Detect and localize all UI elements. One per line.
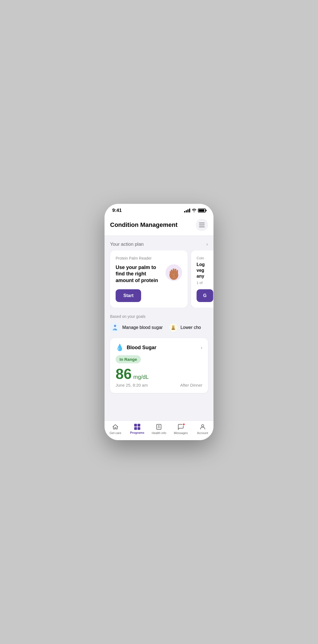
svg-point-19 (202, 425, 204, 427)
account-icon (199, 424, 206, 430)
nav-account-label: Account (197, 431, 208, 435)
svg-rect-13 (172, 329, 175, 330)
goal-blood-sugar-label: Manage blood sugar (122, 325, 163, 330)
blood-sugar-card: 💧 Blood Sugar › In Range 86 mg/dL June 2… (110, 338, 208, 393)
svg-rect-4 (177, 270, 178, 275)
action-plan-header[interactable]: Your action plan › (105, 236, 213, 250)
start-button[interactable]: Start (116, 289, 141, 302)
nav-health-info-label: Health info (152, 431, 166, 435)
goal-item-lower-cho[interactable]: Lower cho (168, 323, 201, 333)
palm-illustration (166, 264, 182, 281)
menu-line-2 (199, 225, 205, 225)
blood-sugar-date: June 25, 8:20 am (116, 383, 148, 387)
card-body: Use your palm to find the right amount o… (116, 264, 182, 284)
svg-point-9 (111, 323, 119, 332)
goals-section: Based on your goals Manage blood sugar (105, 308, 213, 336)
nav-programs-icon-container (134, 424, 140, 430)
wifi-icon (192, 208, 196, 213)
main-content: Your action plan › Protein Palm Reader U… (105, 236, 213, 420)
partial-card-text: Logvegany (197, 262, 213, 279)
blood-sugar-value: 86 (116, 367, 132, 381)
card-description: Use your palm to find the right amount o… (116, 264, 160, 284)
blood-sugar-card-header[interactable]: 💧 Blood Sugar › (116, 344, 202, 351)
page-header: Condition Management (105, 215, 213, 236)
bottom-nav: Get care Programs (105, 420, 213, 440)
blood-drop-icon: 💧 (116, 344, 124, 351)
partial-card: Colo Logvegany 1 of G (191, 250, 213, 308)
blood-sugar-meta: June 25, 8:20 am After Dinner (116, 383, 202, 387)
nav-health-info-icon-container (156, 424, 162, 430)
goal-blood-sugar-icon (110, 323, 120, 333)
blood-sugar-title: Blood Sugar (127, 345, 156, 351)
nav-item-account[interactable]: Account (194, 424, 211, 435)
nav-messages-icon-container (177, 424, 184, 430)
partial-card-content: Colo Logvegany 1 of G (197, 256, 213, 302)
blood-sugar-value-row: 86 mg/dL (116, 367, 202, 381)
menu-line-3 (199, 227, 205, 227)
nav-messages-label: Messages (174, 431, 188, 435)
action-plan-arrow-icon: › (206, 241, 208, 247)
goal-lower-cho-label: Lower cho (180, 325, 201, 330)
partial-card-title: Colo (197, 256, 213, 260)
nav-get-care-icon-container (112, 424, 119, 430)
goals-list: Manage blood sugar Lower cho (110, 323, 208, 333)
action-cards-scroll: Protein Palm Reader Use your palm to fin… (105, 250, 213, 308)
in-range-badge: In Range (116, 355, 141, 363)
nav-programs-label: Programs (130, 431, 144, 434)
phone-frame: 9:41 Condition Management (105, 204, 213, 440)
battery-icon (198, 209, 206, 212)
partial-card-button[interactable]: G (197, 289, 213, 302)
nav-get-care-label: Get care (110, 431, 121, 435)
goal-lower-cho-icon (168, 323, 178, 333)
nav-item-messages[interactable]: Messages (172, 424, 189, 435)
menu-line-1 (199, 223, 205, 223)
messages-notification-dot (182, 423, 185, 426)
home-icon (112, 424, 119, 430)
nav-item-health-info[interactable]: Health info (151, 424, 167, 435)
nav-account-icon-container (199, 424, 206, 430)
programs-grid-icon (134, 424, 140, 430)
nav-item-programs[interactable]: Programs (129, 424, 146, 434)
svg-point-6 (172, 274, 175, 278)
page-title: Condition Management (110, 221, 177, 229)
blood-sugar-meal: After Dinner (180, 383, 202, 387)
svg-point-14 (172, 325, 174, 327)
signal-bars-icon (184, 209, 190, 212)
card-subtitle: Protein Palm Reader (116, 256, 182, 260)
blood-sugar-title-row: 💧 Blood Sugar (116, 344, 156, 351)
svg-rect-3 (175, 269, 176, 275)
nav-item-get-care[interactable]: Get care (107, 424, 124, 435)
goal-item-blood-sugar[interactable]: Manage blood sugar (110, 323, 163, 333)
svg-point-10 (114, 325, 116, 327)
status-time: 9:41 (112, 208, 122, 213)
goals-section-title: Based on your goals (110, 314, 208, 319)
health-info-icon (156, 424, 162, 430)
menu-button[interactable] (196, 219, 208, 231)
blood-sugar-unit: mg/dL (133, 374, 149, 380)
status-bar: 9:41 (105, 204, 213, 215)
action-plan-title: Your action plan (110, 242, 144, 247)
status-icons (184, 208, 206, 213)
protein-palm-card: Protein Palm Reader Use your palm to fin… (110, 250, 188, 308)
partial-card-count: 1 of (197, 281, 213, 285)
blood-sugar-arrow-icon: › (201, 345, 202, 351)
